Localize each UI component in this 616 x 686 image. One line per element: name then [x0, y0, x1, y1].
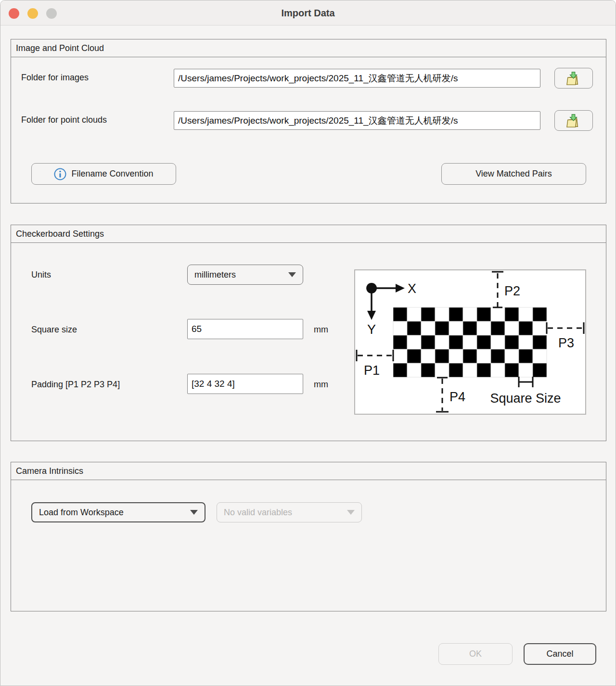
view-matched-pairs-button[interactable]: View Matched Pairs	[441, 163, 586, 185]
units-value: millimeters	[194, 270, 236, 280]
folder-pointclouds-input[interactable]	[174, 111, 540, 130]
import-data-dialog: Import Data Image and Point Cloud Folder…	[0, 0, 616, 686]
browse-pointclouds-button[interactable]	[554, 110, 593, 131]
units-dropdown[interactable]: millimeters	[187, 265, 303, 285]
filename-convention-button[interactable]: Filename Convention	[31, 163, 176, 185]
ok-button-label: OK	[469, 649, 482, 659]
y-axis-arrow-icon	[367, 311, 376, 320]
image-point-cloud-header: Image and Point Cloud	[11, 39, 606, 57]
folder-images-input[interactable]	[174, 69, 540, 88]
filename-convention-label: Filename Convention	[71, 169, 153, 179]
checkerboard-settings-header: Checkerboard Settings	[11, 225, 606, 243]
intrinsics-variable-dropdown: No valid variables	[217, 502, 362, 522]
caret-down-icon	[347, 510, 355, 515]
p1-label: P1	[364, 363, 380, 378]
square-size-unit: mm	[314, 325, 328, 335]
checkerboard-settings-panel: Checkerboard Settings Units millimeters …	[11, 225, 606, 441]
ok-button: OK	[438, 643, 513, 665]
folder-import-icon	[565, 71, 582, 86]
camera-intrinsics-panel: Camera Intrinsics Load from Workspace No…	[11, 462, 606, 611]
browse-images-button[interactable]	[554, 68, 593, 89]
square-size-input[interactable]	[187, 319, 303, 339]
y-axis-label: Y	[367, 322, 376, 337]
x-axis-label: X	[408, 281, 416, 296]
title-bar: Import Data	[0, 0, 616, 25]
folder-pointclouds-label: Folder for point clouds	[21, 115, 107, 125]
checkerboard-pattern	[393, 307, 547, 377]
info-icon	[54, 168, 66, 180]
caret-down-icon	[288, 272, 296, 277]
p3-label: P3	[558, 336, 574, 350]
cancel-button[interactable]: Cancel	[524, 643, 596, 665]
square-size-label: Square size	[31, 325, 77, 335]
padding-input[interactable]	[187, 374, 303, 394]
folder-import-icon	[565, 114, 582, 128]
padding-label: Padding [P1 P2 P3 P4]	[31, 380, 120, 390]
cancel-button-label: Cancel	[546, 649, 573, 659]
p2-label: P2	[504, 284, 520, 298]
caret-down-icon	[190, 510, 198, 515]
x-axis-arrow-icon	[396, 284, 405, 292]
p4-label: P4	[449, 390, 465, 404]
units-label: Units	[31, 270, 51, 280]
square-size-diagram-label: Square Size	[490, 391, 561, 406]
intrinsics-source-value: Load from Workspace	[39, 508, 124, 518]
folder-images-label: Folder for images	[21, 73, 89, 83]
camera-intrinsics-header: Camera Intrinsics	[11, 462, 606, 480]
intrinsics-variable-value: No valid variables	[224, 508, 292, 518]
checkerboard-diagram-svg: X Y P2 P3 P1	[355, 270, 585, 414]
view-matched-pairs-label: View Matched Pairs	[475, 169, 552, 179]
window-title: Import Data	[0, 0, 616, 25]
checkerboard-diagram: X Y P2 P3 P1	[354, 269, 586, 415]
image-point-cloud-panel: Image and Point Cloud Folder for images …	[11, 39, 606, 203]
padding-unit: mm	[314, 380, 328, 390]
intrinsics-source-dropdown[interactable]: Load from Workspace	[31, 502, 205, 522]
